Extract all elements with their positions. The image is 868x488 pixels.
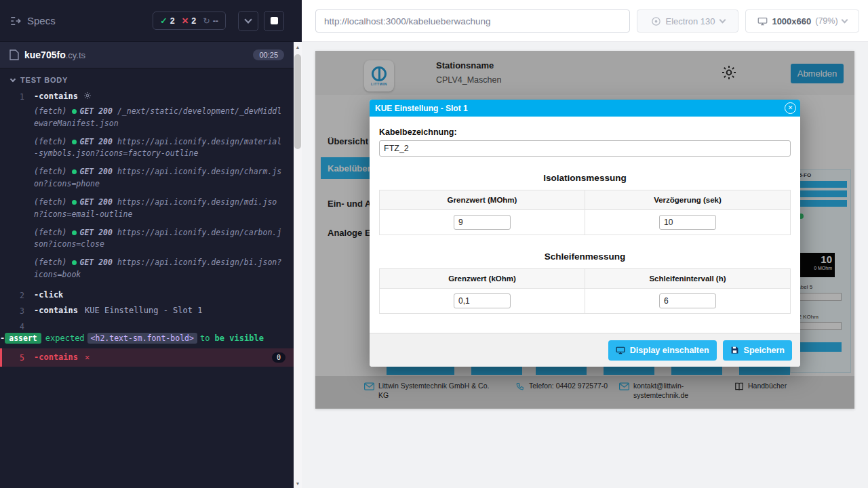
kue-settings-modal: KUE Einstellung - Slot 1 ✕ Kabelbezeichn… xyxy=(370,100,800,367)
grenzwert-mohm-input[interactable] xyxy=(454,215,511,230)
browser-pane: Electron 130 1000x660 (79%) Stationsname… xyxy=(302,0,868,488)
status-dot xyxy=(72,200,77,205)
specs-label[interactable]: Specs xyxy=(27,15,56,26)
network-log-entry: (fetch)GET 200 https://api.iconify.desig… xyxy=(34,227,283,251)
status-dot xyxy=(72,109,77,114)
file-icon xyxy=(9,49,19,60)
line-number: 2 xyxy=(0,290,24,300)
scroll-down-arrow[interactable]: ▼ xyxy=(294,479,302,488)
monitor-icon xyxy=(757,17,768,26)
test-step[interactable]: 3 -contains KUE Einstellung - Slot 1 xyxy=(0,303,294,319)
modal-title: KUE Einstellung - Slot 1 xyxy=(375,104,468,113)
modal-footer: Display einschalten Speichern xyxy=(370,333,800,367)
stop-icon xyxy=(271,17,278,24)
command-log: 1 -contains (fetch)GET 200 /_next/static… xyxy=(0,89,294,367)
kabelbezeichnung-label: Kabelbezeichnung: xyxy=(379,127,791,137)
stats-pending: ↻-- xyxy=(203,16,218,26)
check-icon: ✓ xyxy=(160,16,167,26)
test-body-section[interactable]: TEST BODY xyxy=(0,68,294,89)
line-number: 1 xyxy=(0,92,24,102)
status-dot xyxy=(72,169,77,174)
element-selector-chip: <h2.text-sm.font-bold> xyxy=(87,333,197,344)
electron-icon xyxy=(651,16,661,26)
gear-icon xyxy=(83,92,92,102)
browser-selector[interactable]: Electron 130 xyxy=(637,9,738,33)
spec-row[interactable]: kue705fo.cy.ts 00:25 xyxy=(0,42,294,68)
status-dot xyxy=(72,140,77,144)
line-number: 5 xyxy=(0,352,24,363)
network-log-entry: (fetch)GET 200 https://api.iconify.desig… xyxy=(34,136,283,161)
column-header: Grenzwert (kOhm) xyxy=(380,269,585,289)
status-dot xyxy=(72,230,77,235)
test-stats: ✓2 ✕2 ↻-- xyxy=(153,12,226,30)
chevron-down-icon xyxy=(719,17,726,24)
network-log-entry: (fetch)GET 200 https://api.iconify.desig… xyxy=(34,197,283,221)
spec-duration-badge: 00:25 xyxy=(253,49,284,60)
display-einschalten-button[interactable]: Display einschalten xyxy=(608,340,717,361)
contains-argument: KUE Einstellung - Slot 1 xyxy=(85,306,202,315)
reporter-scrollbar[interactable]: ▲ ▼ xyxy=(294,42,302,488)
test-step[interactable]: 1 -contains xyxy=(0,89,294,104)
spec-name: kue705fo.cy.ts xyxy=(24,49,85,60)
modal-body: Kabelbezeichnung: Isolationsmessung Gren… xyxy=(370,117,800,314)
status-dot xyxy=(72,260,77,265)
app-stage: Stationsname CPLV4_Maschen Abmelden LITT… xyxy=(302,42,868,488)
reporter-header: Specs ✓2 ✕2 ↻-- xyxy=(0,0,294,42)
network-log-entry: (fetch)GET 200 /_next/static/development… xyxy=(34,106,283,130)
column-header: Grenzwert (MOhm) xyxy=(380,190,585,210)
grenzwert-kohm-input[interactable] xyxy=(454,293,511,308)
kabelbezeichnung-input[interactable] xyxy=(379,140,791,157)
schleifenintervall-input[interactable] xyxy=(659,293,716,308)
refresh-icon: ↻ xyxy=(203,16,210,26)
scrollbar-thumb[interactable] xyxy=(294,54,301,149)
save-floppy-icon xyxy=(730,346,739,354)
viewport-selector[interactable]: 1000x660 (79%) xyxy=(745,9,859,33)
scroll-up-arrow[interactable]: ▲ xyxy=(294,42,302,52)
close-icon[interactable]: ✕ xyxy=(785,102,796,114)
stats-passed: ✓2 xyxy=(160,16,174,26)
schleifenmessung-title: Schleifenmessung xyxy=(379,251,791,262)
stop-button[interactable] xyxy=(264,11,284,31)
fail-cross-icon: ✕ xyxy=(85,352,90,362)
specs-menu-icon[interactable] xyxy=(9,15,22,27)
chevron-down-icon xyxy=(10,76,16,81)
speichern-button[interactable]: Speichern xyxy=(723,340,792,361)
browser-toolbar: Electron 130 1000x660 (79%) xyxy=(302,0,868,42)
network-log-entry: (fetch)GET 200 https://api.iconify.desig… xyxy=(34,166,283,190)
line-number: 4 xyxy=(0,321,24,331)
collapse-button[interactable] xyxy=(238,11,258,31)
isolationsmessung-table: Grenzwert (MOhm) Verzögerung (sek) xyxy=(379,190,791,235)
app-under-test: Stationsname CPLV4_Maschen Abmelden LITT… xyxy=(315,51,854,409)
column-header: Verzögerung (sek) xyxy=(585,190,791,210)
chevron-down-icon xyxy=(244,16,252,23)
verzoegerung-sek-input[interactable] xyxy=(659,215,716,230)
schleifenmessung-table: Grenzwert (kOhm) Schleifenintervall (h) xyxy=(379,268,791,314)
isolationsmessung-title: Isolationsmessung xyxy=(379,173,791,183)
network-log-entry: (fetch)GET 200 https://api.iconify.desig… xyxy=(34,257,283,281)
url-input[interactable] xyxy=(315,9,630,33)
retry-count-badge: 0 xyxy=(272,352,285,363)
line-number: 3 xyxy=(0,306,24,316)
monitor-icon xyxy=(616,346,625,354)
modal-header: KUE Einstellung - Slot 1 ✕ xyxy=(370,100,800,117)
cypress-reporter: Specs ✓2 ✕2 ↻-- kue705fo.cy.ts 00:25 TES… xyxy=(0,0,302,488)
test-step-failed[interactable]: 5 -contains ✕ 0 xyxy=(0,348,294,367)
assert-badge: assert xyxy=(5,333,41,344)
column-header: Schleifenintervall (h) xyxy=(585,269,791,289)
stats-failed: ✕2 xyxy=(182,16,196,26)
test-step-assert[interactable]: 4 -assertexpected<h2.text-sm.font-bold>t… xyxy=(0,319,294,349)
test-step[interactable]: 2 -click xyxy=(0,287,294,303)
network-log: (fetch)GET 200 /_next/static/development… xyxy=(34,106,283,281)
cross-icon: ✕ xyxy=(182,16,189,26)
chevron-down-icon xyxy=(841,17,848,24)
